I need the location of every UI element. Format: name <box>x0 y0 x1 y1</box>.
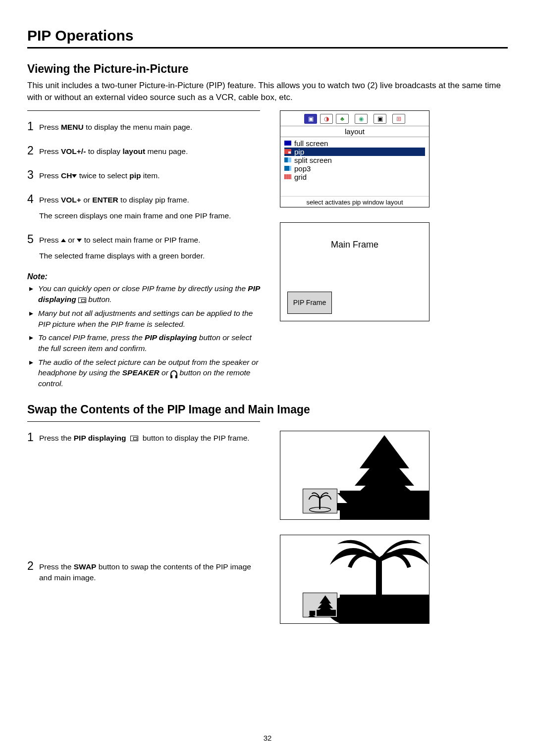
txt: to display pip frame. <box>118 196 189 204</box>
layout-grid-icon <box>284 174 291 179</box>
txt: Press <box>39 123 61 131</box>
svg-rect-9 <box>340 595 429 623</box>
swap-step-1: 1 Press the PIP displaying button to dis… <box>27 431 260 444</box>
swap-illustration-2 <box>280 535 429 624</box>
osd-item-grid: grid <box>284 173 425 181</box>
step-text: Press or to select main frame or PIP fra… <box>39 233 205 262</box>
txt: item. <box>141 171 160 180</box>
osd-tab-icon: ◉ <box>355 114 368 124</box>
svg-marker-16 <box>317 605 334 612</box>
note-list: You can quickly open or close PIP frame … <box>27 283 260 389</box>
txt: Press the <box>39 434 74 442</box>
key: SWAP <box>74 562 97 571</box>
section1-heading: Viewing the Picture-in-Picture <box>27 62 508 76</box>
step-text: Press the SWAP button to swap the conten… <box>39 559 260 584</box>
section2-heading: Swap the Contents of the PIP Image and M… <box>27 403 508 416</box>
step-number: 2 <box>27 559 39 573</box>
step-number: 2 <box>27 144 39 157</box>
txt: or <box>81 196 92 204</box>
osd-tab-icon: ▣ <box>374 114 386 124</box>
section1-intro: This unit includes a two-tuner Picture-i… <box>27 80 508 103</box>
palm-tree-icon <box>303 489 337 513</box>
step-text: Press MENU to display the menu main page… <box>39 120 192 133</box>
txt: menu page. <box>145 147 188 155</box>
osd-item-pop3: pop3 <box>284 164 425 173</box>
headphone-icon <box>170 370 177 376</box>
layout-pop3-icon <box>284 166 291 171</box>
section-rule <box>27 110 260 111</box>
svg-rect-6 <box>381 496 388 505</box>
chevron-down-icon <box>72 174 77 178</box>
step-text: Press the PIP displaying button to displ… <box>39 431 250 444</box>
osd-item-label: split screen <box>294 156 332 164</box>
pip-frame-box: PIP Frame <box>287 292 332 314</box>
txt: Press <box>39 196 61 204</box>
note-label: Note: <box>27 272 260 281</box>
pip-button-icon <box>78 298 86 303</box>
swap-illustration-1 <box>280 431 429 520</box>
key: VOL+/- <box>61 147 86 155</box>
page-title: PIP Operations <box>27 27 508 44</box>
swap-step-2: 2 Press the SWAP button to swap the cont… <box>27 559 260 584</box>
step-3: 3 Press CH twice to select pip item. <box>27 168 260 182</box>
chevron-up-icon <box>61 239 66 242</box>
osd-tab-icon: ◑ <box>320 114 333 124</box>
svg-rect-13 <box>310 610 316 615</box>
layout-pip-icon <box>284 149 291 154</box>
step-number: 5 <box>27 233 39 246</box>
pip-inset <box>303 593 337 617</box>
txt: Press <box>39 236 61 244</box>
txt: Press <box>39 171 61 180</box>
chevron-down-icon <box>77 239 82 242</box>
txt: button to display the PIP frame. <box>140 434 249 442</box>
note-item: You can quickly open or close PIP frame … <box>38 283 260 304</box>
key: layout <box>122 147 145 155</box>
step-number: 1 <box>27 120 39 133</box>
step-1: 1 Press MENU to display the menu main pa… <box>27 120 260 133</box>
txt: Press <box>39 147 61 155</box>
osd-item-pip: pip <box>284 148 425 156</box>
title-rule <box>27 47 508 49</box>
main-frame-label: Main Frame <box>331 240 378 250</box>
txt: button. <box>86 295 112 303</box>
txt: Many but not all adjustments and setting… <box>38 309 253 328</box>
osd-tab-icon: ⊞ <box>392 114 405 124</box>
pip-inset <box>303 489 337 513</box>
section-rule <box>27 421 260 422</box>
txt: twice to select <box>77 171 129 180</box>
page-number: 32 <box>0 734 535 742</box>
key: PIP displaying <box>74 434 126 442</box>
step-4: 4 Press VOL+ or ENTER to display pip fra… <box>27 193 260 222</box>
key: MENU <box>61 123 84 131</box>
osd-footer: select activates pip window layout <box>280 196 429 207</box>
txt: To cancel PIP frame, press the <box>38 333 145 342</box>
step-number: 4 <box>27 193 39 206</box>
pine-tree-icon <box>303 593 337 617</box>
note-item: The audio of the select picture can be o… <box>38 357 260 389</box>
osd-item-split: split screen <box>284 156 425 164</box>
svg-rect-8 <box>319 499 321 509</box>
step-number: 3 <box>27 168 39 182</box>
osd-tab-icon: ♣ <box>336 114 349 124</box>
txt: You can quickly open or close PIP frame … <box>38 284 248 293</box>
step-text: Press VOL+/- to display layout menu page… <box>39 144 188 157</box>
key: pip <box>129 171 141 180</box>
osd-item-label: pip <box>294 148 304 156</box>
step-2: 2 Press VOL+/- to display layout menu pa… <box>27 144 260 157</box>
osd-item-label: full screen <box>294 139 328 148</box>
txt: to display <box>86 147 122 155</box>
osd-item-label: pop3 <box>294 164 311 173</box>
osd-tab-icons: ▣ ◑ ♣ ◉ ▣ ⊞ <box>280 111 429 126</box>
step-subtext: The selected frame displays with a green… <box>39 251 205 261</box>
step-subtext: The screen displays one main frame and o… <box>39 210 231 221</box>
step-number: 1 <box>27 431 39 444</box>
key: ENTER <box>92 196 118 204</box>
osd-item-label: grid <box>294 173 307 181</box>
osd-tab-icon: ▣ <box>304 114 317 124</box>
key: VOL+ <box>61 196 81 204</box>
step-text: Press VOL+ or ENTER to display pip frame… <box>39 193 231 222</box>
txt: to display the menu main page. <box>84 123 193 131</box>
osd-header: layout <box>280 126 429 137</box>
key: CH <box>61 171 72 180</box>
txt: or <box>160 368 170 377</box>
